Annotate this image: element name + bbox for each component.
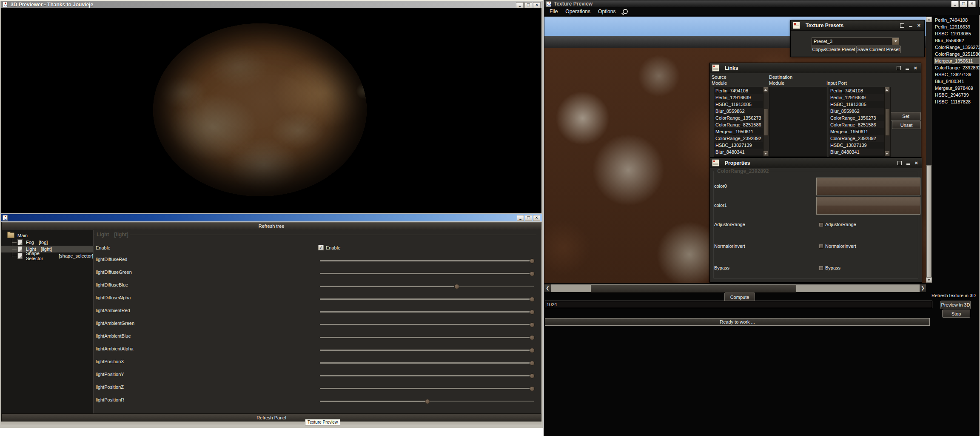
input-port-item[interactable]: HSBC_11913085	[829, 101, 884, 108]
slider-thumb[interactable]	[530, 322, 535, 327]
scroll-right-icon[interactable]: ❯	[920, 284, 926, 292]
preset-select[interactable]: Preset_3	[812, 37, 899, 45]
minimize-icon[interactable]	[906, 69, 909, 70]
stop-button[interactable]: Stop	[942, 310, 970, 318]
source-module-item[interactable]: ColorRange_2392892	[714, 135, 763, 142]
input-port-item[interactable]: Blur_8480341	[829, 149, 884, 155]
slider-track[interactable]	[320, 401, 534, 402]
input-port-item[interactable]: Blur_8559862	[829, 108, 884, 115]
module-list-item[interactable]: ColorRange_2392892	[934, 64, 979, 71]
module-list-item[interactable]: HSBC_11913085	[934, 30, 979, 37]
compute-button[interactable]: Compute	[724, 293, 755, 301]
slider-thumb[interactable]	[530, 348, 535, 353]
menu-file[interactable]: File	[547, 8, 560, 15]
chevron-down-icon[interactable]	[892, 38, 899, 45]
texture-preview-titlebar[interactable]: Texture Preview	[544, 0, 978, 7]
scroll-thumb[interactable]	[885, 109, 890, 136]
minimize-icon[interactable]	[906, 164, 910, 165]
scroll-up-icon[interactable]	[763, 87, 768, 92]
destination-module-list[interactable]	[769, 87, 827, 157]
color-swatch-button[interactable]	[816, 178, 920, 195]
close-icon[interactable]: ×	[914, 66, 917, 70]
close-icon[interactable]: ×	[533, 2, 541, 9]
source-list-scrollbar[interactable]	[763, 87, 769, 157]
input-port-item[interactable]: ColorRange_2392892	[829, 135, 884, 142]
input-port-item[interactable]: Perlin_12916639	[829, 94, 884, 101]
input-port-item[interactable]: Mergeur_1950611	[829, 128, 884, 135]
slider-thumb[interactable]	[530, 373, 535, 379]
vertical-scrollbar[interactable]	[926, 17, 932, 283]
scroll-up-icon[interactable]	[885, 87, 889, 92]
input-port-item[interactable]: Perlin_7494108	[829, 87, 884, 94]
source-module-item[interactable]: HSBC_13827139	[714, 142, 763, 149]
input-port-item[interactable]: ColorRange_8251586	[829, 121, 884, 128]
close-icon[interactable]: ×	[914, 161, 918, 165]
minimize-icon[interactable]: _	[951, 1, 959, 7]
module-list-item[interactable]: Blur_8480341	[934, 78, 979, 85]
module-list-item[interactable]: Perlin_7494108	[934, 17, 979, 23]
slider-thumb[interactable]	[530, 386, 535, 391]
slider-track[interactable]	[320, 375, 534, 376]
unset-button[interactable]: Unset	[892, 121, 921, 129]
close-icon[interactable]: ×	[533, 215, 540, 221]
minimize-icon[interactable]	[909, 26, 912, 27]
scroll-down-icon[interactable]	[763, 151, 768, 156]
slider-track[interactable]	[320, 298, 534, 300]
source-module-item[interactable]: Blur_8480341	[714, 149, 763, 155]
source-module-item[interactable]: Perlin_12916639	[714, 94, 763, 101]
minimize-icon[interactable]: _	[517, 215, 524, 221]
input-port-list[interactable]: Perlin_7494108Perlin_12916639HSBC_119130…	[829, 87, 885, 157]
set-button[interactable]: Set	[891, 112, 921, 120]
source-module-item[interactable]: Perlin_7494108	[714, 87, 763, 94]
maximize-icon[interactable]: □	[525, 215, 532, 221]
preview-in-3d-button[interactable]: Preview in 3D	[940, 301, 971, 309]
property-checkbox[interactable]	[819, 222, 823, 227]
source-module-item[interactable]: Blur_8559862	[714, 108, 763, 115]
slider-track[interactable]	[320, 337, 534, 338]
vertical-scroll-thumb[interactable]	[926, 165, 932, 278]
slider-track[interactable]	[320, 362, 534, 364]
slider-track[interactable]	[320, 273, 534, 274]
module-list-item[interactable]: Blur_8559862	[934, 37, 979, 44]
refresh-panel-button[interactable]: Refresh Panel	[1, 413, 541, 422]
module-list-item[interactable]: HSBC_2946739	[934, 92, 979, 98]
source-module-item[interactable]: HSBC_11913085	[714, 101, 763, 108]
menu-operations[interactable]: Operations	[563, 8, 593, 15]
slider-thumb[interactable]	[530, 335, 535, 340]
links-titlebar[interactable]: Links ×	[710, 63, 921, 73]
slider-track[interactable]	[320, 324, 534, 325]
module-list-item[interactable]: HSBC_11187828	[934, 98, 979, 105]
slider-track[interactable]	[320, 388, 534, 389]
maximize-icon[interactable]	[897, 66, 901, 70]
input-port-item[interactable]: ColorRange_1356273	[829, 115, 884, 121]
property-checkbox[interactable]	[819, 266, 823, 270]
copy-create-preset-button[interactable]: Copy&Create Preset	[811, 46, 857, 53]
tree-item[interactable]: Fog [fog]	[1, 239, 93, 246]
refresh-tree-button[interactable]: Refresh tree	[1, 222, 541, 230]
slider-thumb[interactable]	[425, 399, 430, 404]
input-port-scrollbar[interactable]	[884, 87, 891, 157]
horizontal-scrollbar[interactable]: ❮ ❯	[544, 284, 926, 292]
properties-titlebar[interactable]: Properties ×	[710, 158, 922, 168]
menu-options[interactable]: Options	[596, 8, 618, 15]
scroll-up-icon[interactable]	[926, 17, 932, 22]
slider-thumb[interactable]	[530, 310, 535, 315]
maximize-icon[interactable]	[900, 23, 904, 28]
search-icon[interactable]	[623, 9, 628, 14]
texture-size-input[interactable]	[545, 301, 932, 308]
module-list-item[interactable]: ColorRange_8251586	[934, 51, 979, 57]
3d-viewport[interactable]	[1, 8, 541, 213]
save-current-preset-button[interactable]: Save Current Preset	[856, 46, 901, 53]
slider-track[interactable]	[320, 286, 534, 287]
color-swatch-button[interactable]	[816, 197, 920, 215]
property-checkbox[interactable]	[819, 244, 823, 249]
slider-thumb[interactable]	[454, 284, 459, 289]
slider-thumb[interactable]	[530, 271, 535, 276]
source-module-item[interactable]: ColorRange_1356273	[714, 115, 763, 121]
slider-track[interactable]	[320, 350, 534, 351]
module-list-item[interactable]: HSBC_13827139	[934, 71, 979, 78]
close-icon[interactable]: ×	[968, 1, 976, 7]
source-module-item[interactable]: ColorRange_8251586	[714, 121, 763, 128]
restore-icon[interactable]: □	[960, 1, 967, 7]
source-module-list[interactable]: Perlin_7494108Perlin_12916639HSBC_119130…	[714, 87, 764, 157]
